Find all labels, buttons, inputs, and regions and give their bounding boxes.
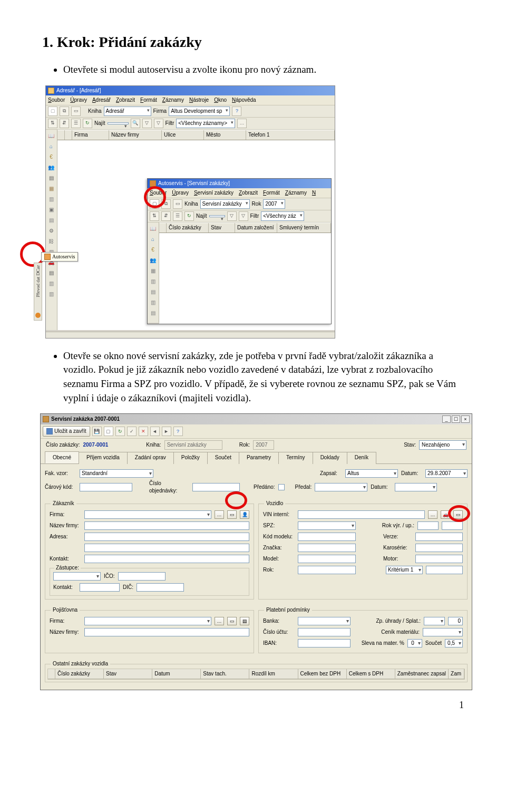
- menu-item[interactable]: Formát: [140, 96, 157, 104]
- grid-col[interactable]: Rozdíl km: [249, 669, 298, 679]
- tab-parametry[interactable]: Parametry: [239, 452, 279, 464]
- tab-denik[interactable]: Deník: [347, 452, 376, 464]
- zak-firma-combo[interactable]: [84, 510, 211, 519]
- new-icon[interactable]: ▢: [104, 427, 113, 436]
- card-icon[interactable]: ▭: [227, 510, 237, 519]
- grid-col[interactable]: Stav tach.: [201, 669, 249, 679]
- sort-desc-icon[interactable]: ⇵: [161, 211, 171, 221]
- motor-field[interactable]: [415, 555, 463, 563]
- refresh-icon[interactable]: ↻: [83, 119, 92, 128]
- fak-combo[interactable]: Standardní: [80, 469, 153, 478]
- iban-field[interactable]: [298, 639, 351, 647]
- prev-icon[interactable]: ◄: [150, 427, 160, 436]
- datum2-field[interactable]: [395, 483, 437, 491]
- grid-col[interactable]: Stav: [104, 669, 152, 679]
- box-icon[interactable]: ▦: [149, 267, 157, 275]
- people-icon[interactable]: 👥: [47, 163, 55, 172]
- predano-checkbox[interactable]: [278, 484, 285, 490]
- cenik-combo[interactable]: [423, 628, 463, 636]
- new-record-icon[interactable]: ▢: [48, 107, 57, 116]
- zak-kontakt-field[interactable]: [84, 555, 249, 563]
- splat-field[interactable]: 0: [448, 617, 463, 625]
- menu-item[interactable]: Formát: [263, 189, 280, 197]
- verze-field[interactable]: [415, 533, 463, 541]
- reload-icon[interactable]: ↻: [115, 427, 125, 436]
- menu-item[interactable]: Adresář: [92, 96, 111, 104]
- menu-item[interactable]: Úpravy: [172, 189, 189, 197]
- zak-adresa-field[interactable]: [84, 533, 249, 541]
- grid-col[interactable]: Zaměstnanec zapsal: [395, 669, 449, 679]
- menu-item[interactable]: N: [312, 189, 316, 197]
- close-button[interactable]: ×: [461, 415, 470, 423]
- abc-icon[interactable]: ✓: [127, 427, 137, 436]
- open-icon[interactable]: ▭: [173, 199, 182, 209]
- filter-add-icon[interactable]: ▽: [239, 211, 248, 221]
- help-icon[interactable]: ?: [173, 427, 183, 436]
- cislo-uctu-field[interactable]: [298, 628, 351, 636]
- doc-icon[interactable]: ▥: [47, 279, 55, 288]
- sort-icon[interactable]: ⇅: [48, 119, 57, 128]
- tab-doklady[interactable]: Doklady: [313, 452, 347, 464]
- menu-item[interactable]: Soubor: [48, 96, 65, 104]
- menu-item[interactable]: Záznamy: [162, 96, 184, 104]
- zas-kontakt-field[interactable]: [80, 583, 120, 592]
- zapsal-combo[interactable]: Altus: [345, 469, 398, 478]
- grid-col[interactable]: Firma: [72, 130, 109, 140]
- minimize-button[interactable]: _: [442, 415, 451, 423]
- kriterium-field[interactable]: [426, 566, 463, 574]
- ico-field[interactable]: [118, 572, 166, 581]
- datum-field[interactable]: 29.8.2007: [425, 469, 468, 478]
- dic-field[interactable]: [137, 583, 184, 592]
- menu-item[interactable]: Servisní zakázky: [194, 189, 233, 197]
- doc2-icon[interactable]: ▥: [47, 290, 55, 298]
- zastupce-combo[interactable]: [53, 572, 101, 581]
- tab-polozky[interactable]: Položky: [173, 452, 208, 464]
- grid-col[interactable]: Telefon 1: [246, 130, 335, 140]
- tab-prijem[interactable]: Příjem vozidla: [79, 452, 128, 464]
- grid-col[interactable]: Celkem bez DPH: [298, 669, 347, 679]
- zp-combo[interactable]: [424, 617, 445, 625]
- new-customer-icon[interactable]: 👤: [240, 510, 249, 519]
- tab-terminy[interactable]: Termíny: [278, 452, 313, 464]
- stav-combo[interactable]: Nezahájeno: [419, 440, 466, 450]
- home-icon[interactable]: ⌂: [149, 235, 157, 244]
- menu-item[interactable]: Nástroje: [189, 96, 209, 104]
- home-icon[interactable]: ⌂: [47, 142, 55, 151]
- grid-col[interactable]: Město: [204, 130, 246, 140]
- rokup-field[interactable]: [442, 521, 463, 530]
- soucet-field[interactable]: 0,5: [445, 639, 463, 647]
- rok-field[interactable]: [298, 566, 356, 574]
- menu-item[interactable]: Úpravy: [70, 96, 87, 104]
- printer-icon[interactable]: ▤: [47, 269, 55, 277]
- people-icon[interactable]: 👥: [149, 256, 157, 265]
- predal-combo[interactable]: [315, 483, 367, 491]
- grid-col[interactable]: Stav: [209, 223, 235, 233]
- tab-zadani[interactable]: Zadání oprav: [127, 452, 174, 464]
- new-record-icon[interactable]: ▢: [150, 199, 159, 209]
- binoculars-icon[interactable]: 🔍: [131, 119, 140, 128]
- najit-field[interactable]: [209, 215, 225, 217]
- maximize-button[interactable]: ☐: [452, 415, 460, 423]
- kod-field[interactable]: [298, 533, 356, 541]
- menu-item[interactable]: Zobrazit: [239, 189, 258, 197]
- tree-icon[interactable]: ☰: [173, 211, 182, 221]
- book-icon[interactable]: 📖: [149, 225, 157, 233]
- rokvyr-field[interactable]: [417, 521, 439, 530]
- zak-adresa-field-2[interactable]: [84, 544, 249, 552]
- more-icon[interactable]: …: [237, 119, 247, 128]
- lookup-icon[interactable]: …: [215, 510, 224, 519]
- menu-item[interactable]: Okno: [214, 96, 227, 104]
- car-card-icon[interactable]: 🚗: [441, 510, 450, 519]
- delivery-icon[interactable]: ▤: [47, 174, 55, 182]
- help-icon[interactable]: ?: [232, 107, 241, 116]
- new-icon[interactable]: ▤: [240, 617, 249, 625]
- open-icon[interactable]: ▭: [71, 107, 81, 116]
- grid-col[interactable]: Číslo zakázky: [167, 223, 209, 233]
- euro-icon[interactable]: €: [149, 246, 157, 254]
- rok-combo[interactable]: 2007: [263, 199, 285, 209]
- grid-col[interactable]: Číslo zakázky: [55, 669, 104, 679]
- carovy-field[interactable]: [80, 483, 132, 491]
- grid-col[interactable]: Název firmy: [109, 130, 162, 140]
- copy-icon[interactable]: ⧉: [60, 107, 69, 116]
- menu-item[interactable]: Nápověda: [232, 96, 256, 104]
